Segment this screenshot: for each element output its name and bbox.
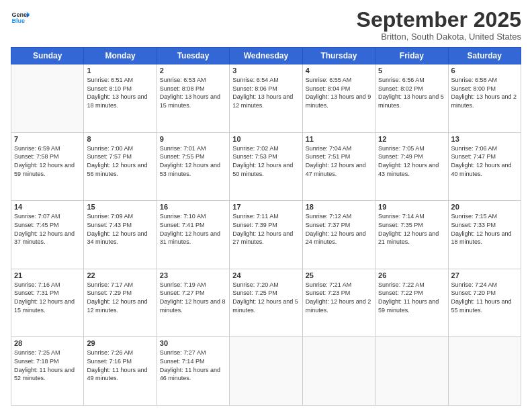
page: General Blue September 2025 Britton, Sou… — [0, 0, 532, 411]
calendar-cell: 8Sunrise: 7:00 AMSunset: 7:57 PMDaylight… — [84, 132, 157, 201]
day-info: Sunrise: 6:59 AMSunset: 7:58 PMDaylight:… — [14, 144, 81, 178]
day-info: Sunrise: 7:12 AMSunset: 7:37 PMDaylight:… — [306, 212, 372, 246]
day-number: 21 — [14, 271, 81, 279]
day-info: Sunrise: 7:01 AMSunset: 7:55 PMDaylight:… — [160, 144, 226, 178]
day-number: 2 — [160, 66, 226, 75]
day-info: Sunrise: 6:53 AMSunset: 8:08 PMDaylight:… — [160, 76, 226, 109]
col-wednesday: Wednesday — [230, 48, 302, 64]
calendar-cell: 11Sunrise: 7:04 AMSunset: 7:51 PMDayligh… — [302, 132, 375, 201]
day-info: Sunrise: 6:54 AMSunset: 8:06 PMDaylight:… — [232, 76, 299, 109]
day-number: 25 — [306, 271, 372, 279]
calendar-cell: 19Sunrise: 7:14 AMSunset: 7:35 PMDayligh… — [375, 201, 448, 269]
day-info: Sunrise: 7:19 AMSunset: 7:27 PMDaylight:… — [160, 281, 226, 314]
calendar-cell — [375, 337, 448, 406]
col-friday: Friday — [375, 48, 448, 64]
day-info: Sunrise: 6:55 AMSunset: 8:04 PMDaylight:… — [306, 76, 372, 109]
day-number: 14 — [14, 203, 81, 211]
col-saturday: Saturday — [448, 48, 521, 64]
calendar-cell — [448, 337, 521, 406]
header-row: Sunday Monday Tuesday Wednesday Thursday… — [11, 48, 521, 64]
calendar-cell: 15Sunrise: 7:09 AMSunset: 7:43 PMDayligh… — [84, 201, 157, 269]
location: Britton, South Dakota, United States — [357, 32, 521, 42]
calendar-cell: 2Sunrise: 6:53 AMSunset: 8:08 PMDaylight… — [157, 64, 229, 133]
day-info: Sunrise: 7:06 AMSunset: 7:47 PMDaylight:… — [451, 144, 518, 178]
calendar-cell: 29Sunrise: 7:26 AMSunset: 7:16 PMDayligh… — [84, 337, 157, 406]
day-info: Sunrise: 7:00 AMSunset: 7:57 PMDaylight:… — [87, 144, 153, 178]
day-number: 4 — [306, 66, 372, 75]
week-row-1: 7Sunrise: 6:59 AMSunset: 7:58 PMDaylight… — [11, 132, 521, 201]
header: General Blue September 2025 Britton, Sou… — [11, 8, 521, 42]
calendar-cell — [230, 337, 302, 406]
day-info: Sunrise: 7:02 AMSunset: 7:53 PMDaylight:… — [232, 144, 299, 178]
day-number: 10 — [232, 135, 299, 143]
day-number: 16 — [160, 203, 226, 211]
day-number: 7 — [14, 135, 81, 143]
day-number: 27 — [451, 271, 518, 279]
day-info: Sunrise: 7:22 AMSunset: 7:22 PMDaylight:… — [378, 281, 445, 314]
day-number: 15 — [87, 203, 153, 211]
col-sunday: Sunday — [11, 48, 84, 64]
day-info: Sunrise: 7:04 AMSunset: 7:51 PMDaylight:… — [306, 144, 372, 178]
day-number: 24 — [232, 271, 299, 279]
day-info: Sunrise: 7:07 AMSunset: 7:45 PMDaylight:… — [14, 212, 81, 246]
calendar-cell: 23Sunrise: 7:19 AMSunset: 7:27 PMDayligh… — [157, 269, 229, 337]
day-number: 20 — [451, 203, 518, 211]
day-number: 29 — [87, 339, 153, 347]
day-number: 1 — [87, 66, 153, 75]
day-number: 22 — [87, 271, 153, 279]
calendar-cell: 18Sunrise: 7:12 AMSunset: 7:37 PMDayligh… — [302, 201, 375, 269]
day-info: Sunrise: 6:58 AMSunset: 8:00 PMDaylight:… — [451, 76, 518, 109]
calendar-cell: 28Sunrise: 7:25 AMSunset: 7:18 PMDayligh… — [11, 337, 84, 406]
calendar-cell: 27Sunrise: 7:24 AMSunset: 7:20 PMDayligh… — [448, 269, 521, 337]
calendar-cell: 25Sunrise: 7:21 AMSunset: 7:23 PMDayligh… — [302, 269, 375, 337]
day-info: Sunrise: 7:10 AMSunset: 7:41 PMDaylight:… — [160, 212, 226, 246]
day-info: Sunrise: 6:51 AMSunset: 8:10 PMDaylight:… — [87, 76, 153, 109]
week-row-0: 1Sunrise: 6:51 AMSunset: 8:10 PMDaylight… — [11, 64, 521, 133]
logo-icon: General Blue — [11, 8, 30, 27]
day-info: Sunrise: 7:25 AMSunset: 7:18 PMDaylight:… — [14, 349, 81, 382]
day-info: Sunrise: 7:05 AMSunset: 7:49 PMDaylight:… — [378, 144, 445, 178]
day-number: 6 — [451, 66, 518, 75]
day-number: 26 — [378, 271, 445, 279]
calendar-cell: 21Sunrise: 7:16 AMSunset: 7:31 PMDayligh… — [11, 269, 84, 337]
day-info: Sunrise: 7:17 AMSunset: 7:29 PMDaylight:… — [87, 281, 153, 314]
day-number: 30 — [160, 339, 226, 347]
calendar-cell: 6Sunrise: 6:58 AMSunset: 8:00 PMDaylight… — [448, 64, 521, 133]
col-tuesday: Tuesday — [157, 48, 229, 64]
calendar-cell: 26Sunrise: 7:22 AMSunset: 7:22 PMDayligh… — [375, 269, 448, 337]
day-number: 23 — [160, 271, 226, 279]
day-info: Sunrise: 7:24 AMSunset: 7:20 PMDaylight:… — [451, 281, 518, 314]
calendar-table: Sunday Monday Tuesday Wednesday Thursday… — [11, 47, 521, 406]
calendar-cell: 13Sunrise: 7:06 AMSunset: 7:47 PMDayligh… — [448, 132, 521, 201]
day-number: 9 — [160, 135, 226, 143]
calendar-cell — [11, 64, 84, 133]
day-number: 8 — [87, 135, 153, 143]
day-info: Sunrise: 7:09 AMSunset: 7:43 PMDaylight:… — [87, 212, 153, 246]
day-number: 18 — [306, 203, 372, 211]
day-number: 3 — [232, 66, 299, 75]
day-info: Sunrise: 7:16 AMSunset: 7:31 PMDaylight:… — [14, 281, 81, 314]
col-monday: Monday — [84, 48, 157, 64]
day-number: 17 — [232, 203, 299, 211]
calendar-cell: 3Sunrise: 6:54 AMSunset: 8:06 PMDaylight… — [230, 64, 302, 133]
calendar-cell: 5Sunrise: 6:56 AMSunset: 8:02 PMDaylight… — [375, 64, 448, 133]
day-number: 11 — [306, 135, 372, 143]
day-number: 12 — [378, 135, 445, 143]
title-block: September 2025 Britton, South Dakota, Un… — [357, 8, 521, 42]
calendar-cell: 17Sunrise: 7:11 AMSunset: 7:39 PMDayligh… — [230, 201, 302, 269]
calendar-cell: 16Sunrise: 7:10 AMSunset: 7:41 PMDayligh… — [157, 201, 229, 269]
week-row-2: 14Sunrise: 7:07 AMSunset: 7:45 PMDayligh… — [11, 201, 521, 269]
day-info: Sunrise: 7:11 AMSunset: 7:39 PMDaylight:… — [232, 212, 299, 246]
day-info: Sunrise: 7:27 AMSunset: 7:14 PMDaylight:… — [160, 349, 226, 382]
day-info: Sunrise: 7:15 AMSunset: 7:33 PMDaylight:… — [451, 212, 518, 246]
day-info: Sunrise: 7:21 AMSunset: 7:23 PMDaylight:… — [306, 281, 372, 314]
week-row-4: 28Sunrise: 7:25 AMSunset: 7:18 PMDayligh… — [11, 337, 521, 406]
calendar-cell: 9Sunrise: 7:01 AMSunset: 7:55 PMDaylight… — [157, 132, 229, 201]
calendar-cell: 30Sunrise: 7:27 AMSunset: 7:14 PMDayligh… — [157, 337, 229, 406]
logo: General Blue — [11, 8, 30, 27]
month-title: September 2025 — [357, 8, 521, 32]
calendar-cell: 1Sunrise: 6:51 AMSunset: 8:10 PMDaylight… — [84, 64, 157, 133]
calendar-cell: 10Sunrise: 7:02 AMSunset: 7:53 PMDayligh… — [230, 132, 302, 201]
day-number: 5 — [378, 66, 445, 75]
calendar-cell: 20Sunrise: 7:15 AMSunset: 7:33 PMDayligh… — [448, 201, 521, 269]
